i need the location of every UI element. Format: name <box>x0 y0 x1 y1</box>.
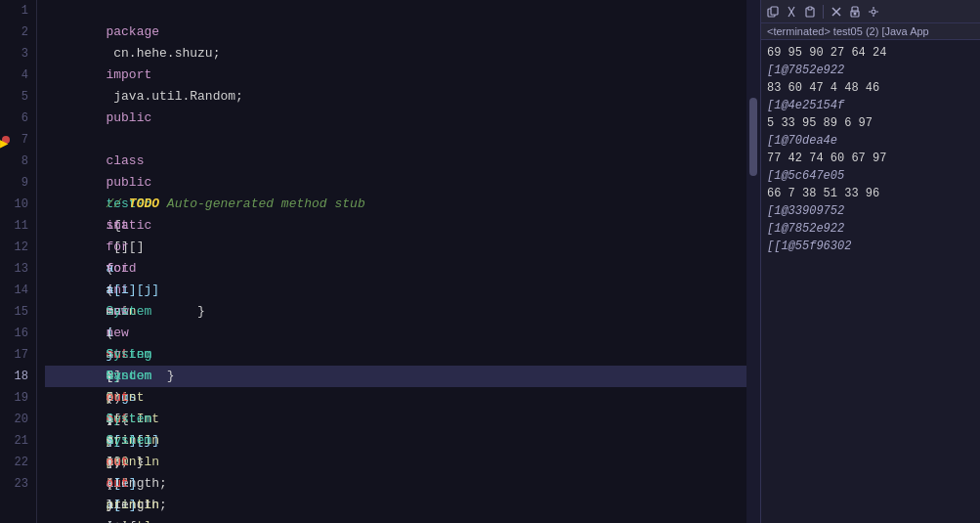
line-num-11: 11 <box>0 215 28 237</box>
output-line-10: [1@33909752 <box>767 202 974 220</box>
output-line-6: [1@70dea4e <box>767 132 974 150</box>
editor-panel: 1 2 3 4 5 6 ▶ 7 8 9 10 11 12 13 14 15 16… <box>0 0 760 523</box>
output-line-2: [1@7852e922 <box>767 62 974 79</box>
output-line-12: [[1@55f96302 <box>767 238 974 255</box>
scroll-lock-icon[interactable] <box>847 4 863 20</box>
output-status: <terminated> test05 (2) [Java App <box>761 23 980 40</box>
line-num-6: 6 <box>0 108 28 129</box>
output-content[interactable]: 69 95 90 27 64 24 [1@7852e922 83 60 47 4… <box>761 40 980 259</box>
line-num-19: 19 <box>0 387 28 409</box>
output-line-9: 66 7 38 51 33 96 <box>767 185 974 202</box>
output-line-3: 83 60 47 4 48 46 <box>767 79 974 97</box>
line-num-15: 15 <box>0 301 28 323</box>
code-area: 1 2 3 4 5 6 ▶ 7 8 9 10 11 12 13 14 15 16… <box>0 0 760 523</box>
line-num-16: 16 <box>0 323 28 344</box>
line-num-2: 2 <box>0 22 28 43</box>
output-line-4: [1@4e25154f <box>767 97 974 114</box>
svg-point-8 <box>854 12 857 15</box>
output-panel-inner: 69 95 90 27 64 24 [1@7852e922 83 60 47 4… <box>761 40 980 523</box>
line-num-14: 14 <box>0 280 28 301</box>
output-toolbar <box>761 0 980 23</box>
toolbar-sep-1 <box>823 5 824 19</box>
method-println-19: println <box>106 519 159 523</box>
paste-icon[interactable] <box>802 4 818 20</box>
line-num-13: 13 <box>0 258 28 280</box>
line-num-1: 1 <box>0 0 28 22</box>
editor-scrollbar[interactable] <box>746 0 760 523</box>
keyword-package: package <box>106 24 159 39</box>
output-line-7: 77 42 74 60 67 97 <box>767 150 974 167</box>
line-num-5: 5 <box>0 86 28 108</box>
line-num-7: ▶ 7 <box>0 129 28 151</box>
line-num-18: 18 <box>0 366 28 387</box>
svg-rect-5 <box>808 7 812 10</box>
line-num-4: 4 <box>0 65 28 86</box>
line-num-12: 12 <box>0 237 28 258</box>
settings-icon[interactable] <box>866 4 881 20</box>
code-lines[interactable]: package cn.hehe.shuzu; import java.util.… <box>37 0 746 523</box>
output-line-1: 69 95 90 27 64 24 <box>767 44 974 62</box>
line-num-20: 20 <box>0 409 28 430</box>
output-text-area: 69 95 90 27 64 24 [1@7852e922 83 60 47 4… <box>761 40 980 523</box>
copy-icon[interactable] <box>765 4 781 20</box>
output-line-5: 5 33 95 89 6 97 <box>767 114 974 132</box>
cut-icon[interactable] <box>784 4 799 20</box>
line-numbers: 1 2 3 4 5 6 ▶ 7 8 9 10 11 12 13 14 15 16… <box>0 0 37 523</box>
line-num-3: 3 <box>0 43 28 65</box>
output-panel: <terminated> test05 (2) [Java App 69 95 … <box>760 0 980 523</box>
clear-icon[interactable] <box>829 4 844 20</box>
code-line-7: public static void main ( String [] args… <box>45 129 746 151</box>
class-system-19: System <box>106 433 151 448</box>
output-line-8: [1@5c647e05 <box>767 167 974 185</box>
line-num-21: 21 <box>0 430 28 452</box>
field-out-19: out <box>106 476 128 491</box>
line-num-17: 17 <box>0 344 28 366</box>
line-num-9: 9 <box>0 172 28 194</box>
output-line-11: [1@7852e922 <box>767 220 974 238</box>
method-println-18: println <box>106 498 159 512</box>
code-line-8: // TODO Auto-generated method stub <box>45 151 746 172</box>
line-num-22: 22 <box>0 452 28 473</box>
keyword-import: import <box>106 67 151 82</box>
line-num-8: 8 <box>0 151 28 172</box>
svg-point-9 <box>872 10 875 14</box>
svg-rect-1 <box>771 7 778 15</box>
line-num-23: 23 <box>0 473 28 495</box>
keyword-public-5: public <box>106 110 151 125</box>
code-line-1: package cn.hehe.shuzu; <box>45 0 746 22</box>
line-num-10: 10 <box>0 194 28 215</box>
editor-scrollbar-thumb[interactable] <box>749 98 757 176</box>
